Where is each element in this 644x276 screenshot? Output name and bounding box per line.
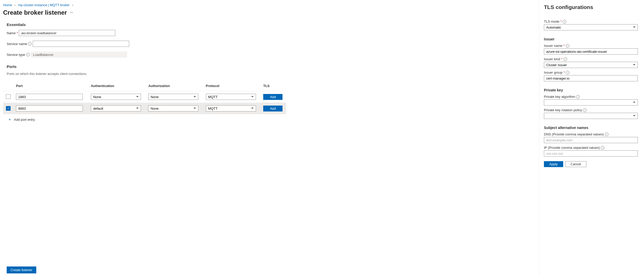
table-row: ✓ default None MQTT [3, 103, 286, 114]
info-icon[interactable]: i [576, 95, 580, 99]
tls-add-button[interactable]: Add [263, 94, 283, 100]
protocol-select[interactable]: MQTT [206, 94, 256, 100]
ip-label: IP (Provide comma separated values) [544, 146, 600, 150]
tls-panel-title: TLS configurations [544, 4, 638, 10]
required-indicator: * [563, 71, 565, 74]
ports-description: Ports on which this listener accepts cli… [3, 72, 533, 76]
plus-icon: ＋ [8, 117, 12, 122]
info-icon[interactable]: i [605, 133, 608, 136]
tls-mode-label: TLS mode [544, 20, 559, 23]
issuer-name-label: Issuer name [544, 44, 562, 48]
required-indicator: * [561, 57, 562, 61]
info-icon[interactable]: i [563, 57, 567, 61]
add-port-entry-label: Add port entry [14, 118, 35, 122]
col-tls: TLS [261, 82, 286, 91]
page-title: Create broker listener [3, 9, 67, 16]
port-input[interactable] [16, 94, 83, 100]
essentials-heading: Essentials [3, 22, 533, 27]
pk-rotation-select[interactable] [544, 113, 638, 119]
service-type-input [31, 51, 127, 58]
info-icon[interactable]: i [566, 71, 569, 74]
dns-input[interactable] [544, 137, 638, 143]
service-name-label: Service name [7, 42, 27, 46]
apply-button[interactable]: Apply [544, 161, 563, 167]
issuer-kind-select[interactable]: Cluster Issuer [544, 62, 638, 68]
service-name-input[interactable] [33, 41, 129, 47]
add-port-entry-button[interactable]: ＋ Add port entry [3, 114, 533, 125]
col-authz: Authorization [146, 82, 203, 91]
auth-select[interactable]: default [91, 105, 141, 111]
dns-label: DNS (Provide comma separated values) [544, 132, 604, 136]
required-indicator: * [563, 44, 565, 48]
cancel-button[interactable]: Cancel [565, 161, 586, 167]
authz-select[interactable]: None [148, 94, 198, 100]
required-indicator: * [17, 31, 18, 35]
pk-algo-select[interactable] [544, 99, 638, 106]
ip-input[interactable] [544, 150, 638, 157]
tls-mode-select[interactable]: Automatic [544, 24, 638, 30]
more-icon[interactable]: ··· [70, 11, 73, 15]
table-row: None None MQTT Add [3, 91, 286, 103]
col-port: Port [13, 82, 88, 91]
col-protocol: Protocol [203, 82, 261, 91]
info-icon[interactable]: i [566, 44, 569, 48]
auth-select[interactable]: None [91, 94, 141, 100]
create-listener-button[interactable]: Create listener [7, 266, 36, 273]
san-heading: Subject alternative names [544, 126, 638, 130]
service-type-label: Service type [7, 53, 25, 57]
info-icon[interactable]: i [601, 146, 604, 150]
breadcrumb-home[interactable]: Home [3, 3, 12, 7]
ports-heading: Ports [3, 64, 533, 69]
info-icon[interactable]: i [28, 42, 32, 46]
chevron-right-icon: › [72, 3, 73, 7]
row-checkbox[interactable] [6, 94, 11, 99]
pk-rotation-label: Private key rotation policy [544, 108, 582, 112]
issuer-kind-label: Issuer kind [544, 57, 560, 61]
port-input[interactable] [16, 105, 83, 111]
breadcrumb-cluster[interactable]: my-cluster-instance | MQTT broker [18, 3, 69, 7]
breadcrumb: Home › my-cluster-instance | MQTT broker… [3, 3, 533, 7]
private-key-heading: Private key [544, 88, 638, 92]
issuer-heading: Issuer [544, 37, 638, 41]
info-icon[interactable]: i [563, 20, 566, 23]
issuer-group-label: Issuer group [544, 71, 562, 74]
authz-select[interactable]: None [148, 105, 198, 111]
row-checkbox[interactable]: ✓ [6, 106, 11, 111]
info-icon[interactable]: i [583, 108, 587, 112]
name-label: Name [7, 31, 16, 35]
name-input[interactable] [19, 30, 115, 36]
issuer-group-input[interactable] [544, 75, 638, 81]
pk-algo-label: Private key algorithm [544, 95, 575, 99]
issuer-name-input[interactable] [544, 48, 638, 55]
ports-table: Port Authentication Authorization Protoc… [3, 82, 286, 114]
col-auth: Authentication [88, 82, 146, 91]
info-icon[interactable]: i [26, 53, 30, 56]
tls-add-button[interactable]: Add [263, 106, 283, 111]
required-indicator: * [560, 20, 562, 23]
chevron-right-icon: › [14, 3, 15, 7]
protocol-select[interactable]: MQTT [206, 105, 256, 111]
